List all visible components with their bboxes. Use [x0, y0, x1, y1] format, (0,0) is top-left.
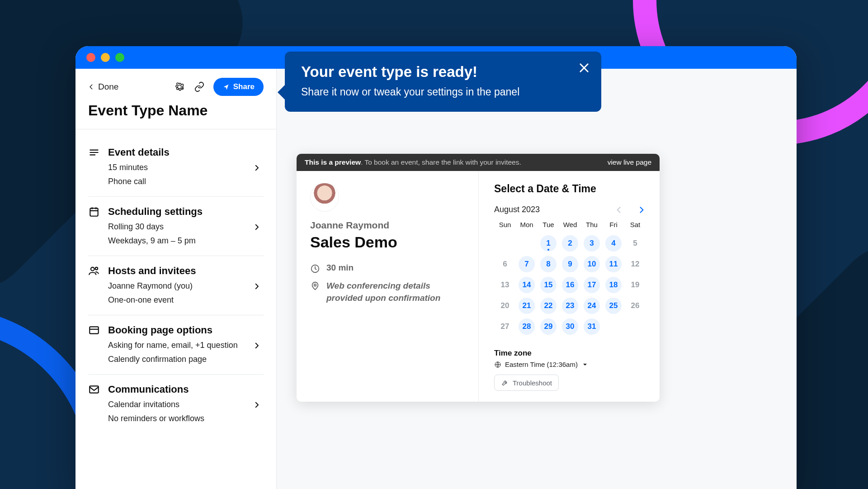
section-line[interactable]: Rolling 30 days — [108, 222, 264, 232]
section-hosts[interactable]: Hosts and inviteesJoanne Raymond (you)On… — [88, 256, 264, 315]
section-line[interactable]: One-on-one event — [108, 295, 264, 305]
scheduling-icon — [88, 206, 100, 218]
svg-point-2 — [95, 267, 98, 270]
section-line[interactable]: Phone call — [108, 177, 264, 186]
calendar-day-available[interactable]: 30 — [559, 316, 581, 337]
calendar-day-available[interactable]: 1 — [538, 233, 559, 254]
calendar-day-available[interactable]: 10 — [581, 254, 603, 275]
section-line-text: No reminders or workflows — [108, 414, 204, 423]
calendar-day — [624, 316, 646, 337]
chevron-right-icon — [253, 223, 261, 231]
section-line-text: 15 minutes — [108, 163, 148, 172]
calendar-day-available[interactable]: 11 — [603, 254, 624, 275]
timezone-picker[interactable]: Eastern Time (12:36am) — [494, 361, 646, 368]
section-line-text: Calendly confirmation page — [108, 355, 207, 364]
settings-button[interactable] — [174, 81, 185, 93]
window-zoom-icon[interactable] — [115, 53, 124, 62]
tooltip-close-button[interactable] — [578, 62, 590, 74]
location-pin-icon — [310, 281, 320, 291]
calendar-day-available[interactable]: 2 — [559, 233, 581, 254]
settings-sidebar: Done Share Ev — [75, 69, 277, 489]
section-line[interactable]: Calendar invitations — [108, 400, 264, 409]
troubleshoot-button[interactable]: Troubleshoot — [494, 375, 559, 391]
section-line[interactable]: Asking for name, email, +1 question — [108, 341, 264, 350]
section-comms[interactable]: CommunicationsCalendar invitationsNo rem… — [88, 375, 264, 433]
timezone-label: Time zone — [494, 349, 646, 358]
caret-down-icon — [581, 361, 589, 368]
calendar-day-available[interactable]: 22 — [538, 295, 559, 316]
calendar-day-available[interactable]: 7 — [516, 254, 538, 275]
booking-icon — [88, 324, 100, 336]
page-title: Event Type Name — [88, 102, 264, 119]
section-title: Event details — [108, 147, 170, 158]
section-booking[interactable]: Booking page optionsAsking for name, ema… — [88, 315, 264, 375]
section-event-details[interactable]: Event details15 minutesPhone call — [88, 138, 264, 197]
chevron-right-icon — [637, 205, 646, 214]
calendar-month: August 2023 — [494, 205, 540, 214]
calendar-day-available[interactable]: 18 — [603, 275, 624, 295]
window-minimize-icon[interactable] — [101, 53, 110, 62]
calendar-day-available[interactable]: 21 — [516, 295, 538, 316]
tooltip-title: Your event type is ready! — [301, 63, 570, 81]
section-title: Scheduling settings — [108, 206, 203, 218]
calendar-dow: Tue — [538, 221, 559, 233]
copy-link-button[interactable] — [193, 81, 205, 93]
calendar-day: 27 — [494, 316, 516, 337]
svg-point-6 — [314, 284, 316, 286]
calendar-day-available[interactable]: 28 — [516, 316, 538, 337]
gear-icon — [174, 81, 185, 92]
section-title: Hosts and invitees — [108, 265, 196, 277]
calendar-day-available[interactable]: 9 — [559, 254, 581, 275]
calendar-dow: Mon — [516, 221, 538, 233]
calendar-day-available[interactable]: 24 — [581, 295, 603, 316]
calendar-next-button[interactable] — [637, 205, 646, 214]
section-line[interactable]: Joanne Raymond (you) — [108, 281, 264, 291]
select-date-title: Select a Date & Time — [494, 183, 646, 195]
calendar-day-available[interactable]: 15 — [538, 275, 559, 295]
calendar-day-available[interactable]: 29 — [538, 316, 559, 337]
calendar-day-available[interactable]: 23 — [559, 295, 581, 316]
app-window: Done Share Ev — [75, 46, 797, 489]
calendar-day-available[interactable]: 14 — [516, 275, 538, 295]
booking-preview-card: This is a preview. To book an event, sha… — [297, 154, 660, 402]
chevron-left-icon — [88, 84, 94, 90]
section-line-text: Calendar invitations — [108, 400, 179, 409]
calendar-day-available[interactable]: 3 — [581, 233, 603, 254]
calendar-dow: Thu — [581, 221, 603, 233]
calendar-day-available[interactable]: 25 — [603, 295, 624, 316]
section-line[interactable]: Weekdays, 9 am – 5 pm — [108, 236, 264, 246]
svg-rect-0 — [90, 208, 98, 216]
section-scheduling[interactable]: Scheduling settingsRolling 30 daysWeekda… — [88, 197, 264, 256]
calendar-day-available[interactable]: 4 — [603, 233, 624, 254]
chevron-right-icon — [253, 401, 261, 409]
section-line[interactable]: No reminders or workflows — [108, 414, 264, 423]
section-title: Booking page options — [108, 324, 212, 336]
host-avatar — [310, 183, 339, 212]
calendar-day-available[interactable]: 31 — [581, 316, 603, 337]
calendar-day-available[interactable]: 16 — [559, 275, 581, 295]
timezone-value: Eastern Time (12:36am) — [505, 361, 578, 368]
back-button[interactable]: Done — [88, 82, 118, 92]
section-line-text: Phone call — [108, 177, 146, 186]
event-name: Sales Demo — [310, 233, 465, 251]
chevron-right-icon — [253, 164, 261, 172]
calendar-prev-button[interactable] — [614, 205, 623, 214]
calendar-day: 12 — [624, 254, 646, 275]
section-line[interactable]: 15 minutes — [108, 163, 264, 172]
preview-bar-bold: This is a preview — [305, 158, 361, 166]
calendar-day — [494, 233, 516, 254]
section-line[interactable]: Calendly confirmation page — [108, 355, 264, 364]
section-line-text: Joanne Raymond (you) — [108, 281, 193, 291]
wrench-icon — [501, 379, 509, 387]
calendar-day-available[interactable]: 8 — [538, 254, 559, 275]
duration-text: 30 min — [326, 263, 354, 273]
share-button[interactable]: Share — [213, 78, 264, 96]
window-close-icon[interactable] — [86, 53, 95, 62]
share-label: Share — [233, 82, 255, 91]
close-icon — [578, 62, 590, 74]
preview-bar: This is a preview. To book an event, sha… — [297, 154, 660, 171]
calendar-day: 13 — [494, 275, 516, 295]
view-live-page-link[interactable]: view live page — [608, 158, 651, 166]
calendar-day-available[interactable]: 17 — [581, 275, 603, 295]
calendar-day: 19 — [624, 275, 646, 295]
